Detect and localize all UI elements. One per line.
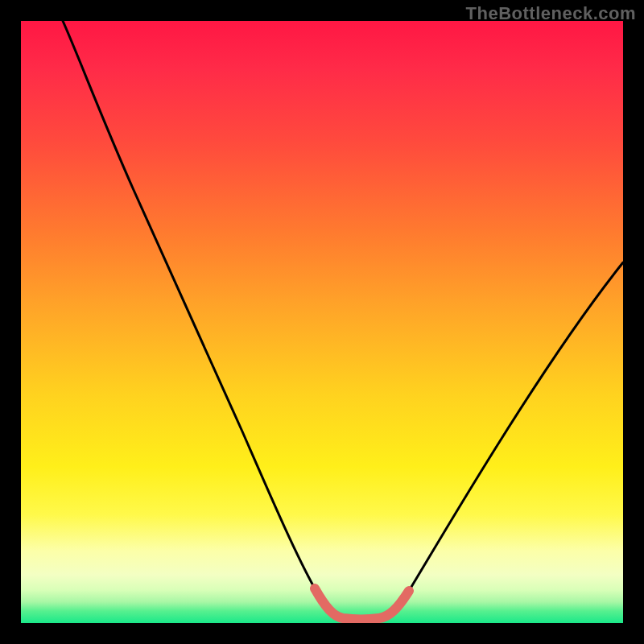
curve-layer <box>21 21 623 623</box>
watermark-text: TheBottleneck.com <box>466 3 636 24</box>
plot-area <box>21 21 623 623</box>
chart-frame: TheBottleneck.com <box>0 0 644 644</box>
valley-highlight <box>315 588 409 620</box>
bottleneck-curve <box>63 21 623 620</box>
